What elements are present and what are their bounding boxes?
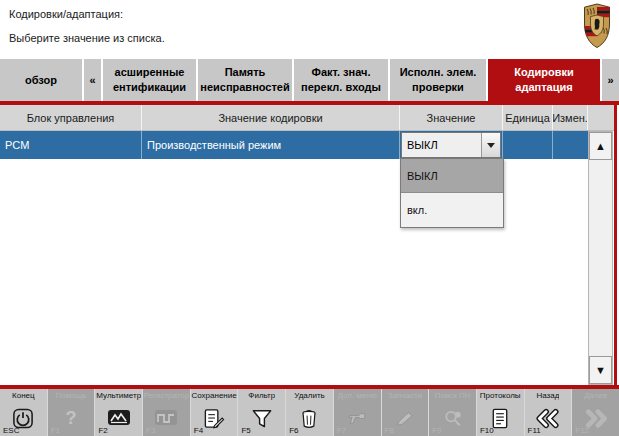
waveform-icon: [153, 400, 179, 436]
tab-scroll-left[interactable]: «: [84, 59, 101, 101]
cell-value: ВЫКЛ: [400, 131, 503, 159]
instruction-text: Выберите значение из списка.: [9, 32, 165, 44]
cell-control-unit: PCM: [0, 131, 142, 159]
cell-changed: [553, 131, 588, 159]
tab-fault-memory[interactable]: Память неисправностей: [198, 59, 292, 101]
arrow-up-icon: ▲: [595, 140, 606, 152]
combobox-value: ВЫКЛ: [402, 133, 481, 157]
cell-unit: [503, 131, 553, 159]
dropdown-option-on[interactable]: вкл.: [401, 193, 503, 227]
end-button[interactable]: Конец ESC: [0, 389, 47, 436]
cell-coding-value: Производственный режим: [142, 131, 400, 159]
pn-search-button: Поиск ПН F9: [429, 389, 476, 436]
delete-button[interactable]: Удалить F6: [286, 389, 333, 436]
table-row[interactable]: PCM Производственный режим ВЫКЛ: [0, 131, 588, 159]
scroll-down-button[interactable]: ▼: [589, 356, 612, 384]
column-header-control-unit: Блок управления: [0, 105, 142, 130]
logger-button: Регистратор F3: [143, 389, 190, 436]
tab-scroll-right[interactable]: »: [602, 59, 619, 101]
protocols-button[interactable]: Протоколы F10: [477, 389, 524, 436]
spare-parts-button: Запчасти F8: [382, 389, 429, 436]
piwis-coding-screen: Кодировки/адаптация: Выберите значение и…: [0, 0, 619, 436]
combobox-dropdown-button[interactable]: [481, 133, 500, 157]
porsche-crest-icon: [582, 3, 612, 53]
chevron-down-icon: [487, 143, 495, 148]
dropdown-option-off[interactable]: ВЫКЛ: [401, 159, 503, 193]
extra-menu-button: Доп. меню F7: [334, 389, 381, 436]
scroll-up-button[interactable]: ▲: [589, 132, 612, 160]
vertical-scrollbar[interactable]: ▲ ▼: [588, 131, 613, 385]
trash-icon: [297, 400, 321, 436]
page-title: Кодировки/адаптация:: [9, 8, 123, 20]
column-header-coding-value: Значение кодировки: [142, 105, 400, 130]
back-button[interactable]: Назад F11: [525, 389, 572, 436]
column-header-changed: Измен.: [553, 105, 588, 130]
filter-icon: [250, 400, 274, 436]
column-header-value: Значение: [400, 105, 503, 130]
top-header: Кодировки/адаптация: Выберите значение и…: [0, 0, 619, 58]
tab-bar: обзор « асширенные ентификации Память не…: [0, 59, 619, 101]
column-header-unit: Единица: [503, 105, 553, 130]
save-button[interactable]: Сохранение F4: [191, 389, 238, 436]
value-combobox[interactable]: ВЫКЛ: [401, 132, 501, 158]
multimeter-icon: [106, 400, 132, 436]
value-dropdown-list: ВЫКЛ вкл.: [400, 158, 504, 228]
filter-button[interactable]: Фильтр F5: [238, 389, 285, 436]
tab-actuator-tests[interactable]: Исполн. элем. проверки: [390, 59, 486, 101]
parts-icon: [393, 400, 417, 436]
column-header-spacer: [588, 105, 615, 130]
tab-actual-values-inputs[interactable]: Факт. знач. перекл. входы: [294, 59, 388, 101]
tab-extended-identifications[interactable]: асширенные ентификации: [103, 59, 196, 101]
save-icon: [202, 400, 226, 436]
function-key-toolbar: Конец ESC Помощь ? F1 Мультиметр F2 Реги…: [0, 385, 619, 436]
right-border-line: [614, 103, 617, 387]
help-button: Помощь ? F1: [48, 389, 95, 436]
coding-table: Блок управления Значение кодировки Значе…: [0, 105, 619, 385]
search-gear-icon: [441, 400, 465, 436]
tab-codings-adaptation[interactable]: Кодировки адаптация: [488, 59, 600, 101]
tab-overview[interactable]: обзор: [0, 59, 82, 101]
tools-icon: [345, 400, 369, 436]
arrow-down-icon: ▼: [595, 364, 606, 376]
help-icon: ?: [66, 400, 77, 436]
table-header-row: Блок управления Значение кодировки Значе…: [0, 105, 615, 131]
next-button: Далее F12: [572, 389, 619, 436]
multimeter-button[interactable]: Мультиметр F2: [95, 389, 142, 436]
